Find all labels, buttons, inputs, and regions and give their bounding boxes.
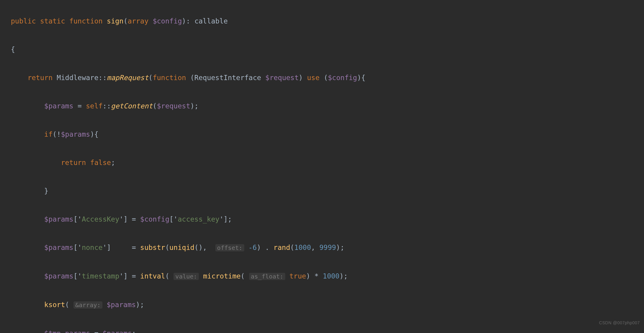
punct: ); [336,244,345,251]
keyword: function [69,17,103,25]
param-hint: value: [174,273,199,280]
function-call: microtime [203,272,241,280]
punct: , [311,244,319,251]
variable: $params [61,130,90,138]
code-line: ksort( &array: $params); [3,298,644,312]
punct: [' [73,215,82,223]
punct: ) . [257,244,273,251]
punct: (! [52,130,61,138]
code-line: $params['AccessKey'] = $config['access_k… [3,212,644,226]
op: :: [98,74,107,82]
variable: $params [103,329,132,333]
punct: ); [339,272,348,280]
string: access_key [178,215,219,223]
param-hint: as_float: [249,273,285,280]
punct: [' [169,215,178,223]
keyword: array [128,17,148,25]
code-line: public static function sign(array $confi… [3,14,644,28]
op: = [73,102,86,110]
punct: ( [123,17,128,25]
punct: ( [186,74,195,82]
variable: $params [107,301,136,309]
punct: ']; [219,215,232,223]
punct: ( [241,272,249,280]
punct: ( [290,244,294,251]
code-line: $tmp_params = $params; [3,326,644,333]
string: AccessKey [82,215,119,223]
variable: $request [265,74,299,82]
method-name: mapRequest [107,74,148,82]
keyword: use [307,74,320,82]
keyword: self [86,102,102,110]
function-call: rand [274,244,290,251]
keyword: true [289,272,306,280]
punct: ) * [306,272,323,280]
punct: ; [132,329,136,333]
variable: $config [153,17,182,25]
keyword: public [11,17,36,25]
function-name: sign [107,17,123,25]
keyword: function [153,74,186,82]
string: timestamp [82,272,119,280]
code-line: return Middleware::mapRequest(function (… [3,71,644,85]
code-line: { [3,42,644,57]
punct: '] = [103,244,140,251]
number: 1000 [294,244,311,251]
function-call: substr [140,244,165,251]
keyword: if [44,130,53,138]
function-call: uniqid [169,244,194,251]
variable: $params [44,215,73,223]
variable: $params [44,102,73,110]
code-line: return false; [3,156,644,170]
brace: { [11,45,15,53]
punct: ( [165,272,174,280]
code-line: $params['nonce'] = substr(uniqid(), offs… [3,241,644,255]
punct: ( [153,102,157,110]
variable: $params [44,244,73,251]
number: -6 [249,244,257,251]
keyword: return [27,74,52,82]
punct: ); [136,301,144,309]
punct: ( [148,74,153,82]
variable: $params [44,272,73,280]
variable: $request [157,102,190,110]
op: = [90,329,103,333]
punct: (), [194,244,215,251]
punct: ) [299,74,307,82]
function-call: ksort [44,301,65,309]
code-line: if(!$params){ [3,127,644,142]
param-hint: offset: [215,244,244,251]
return-type: callable [194,17,228,25]
code-line: $params['timestamp'] = intval( value: mi… [3,269,644,284]
brace: } [44,187,48,195]
punct: ){ [90,130,98,138]
code-editor[interactable]: public static function sign(array $confi… [0,0,644,333]
punct: [' [73,244,82,251]
keyword: false [90,159,111,166]
punct: ; [111,159,115,166]
function-call: intval [140,272,165,280]
punct: [' [73,272,82,280]
string: nonce [82,244,102,251]
number: 9999 [319,244,336,251]
variable: $tmp_params [44,329,90,333]
watermark: CSDN @007php007 [599,316,640,330]
variable: $config [140,215,169,223]
punct: ); [190,102,199,110]
code-line: $params = self::getContent($request); [3,99,644,113]
keyword: return [61,159,86,166]
punct: ): [182,17,195,25]
keyword: static [40,17,65,25]
number: 1000 [323,272,339,280]
punct: ( [320,74,328,82]
punct: ( [65,301,73,309]
punct: ){ [357,74,365,82]
method-name: getContent [111,102,152,110]
type: RequestInterface [194,74,261,82]
code-line: } [3,184,644,198]
class-name: Middleware [57,74,98,82]
variable: $config [328,74,357,82]
punct: '] = [119,215,140,223]
op: :: [103,102,111,110]
param-hint: &array: [73,301,102,309]
